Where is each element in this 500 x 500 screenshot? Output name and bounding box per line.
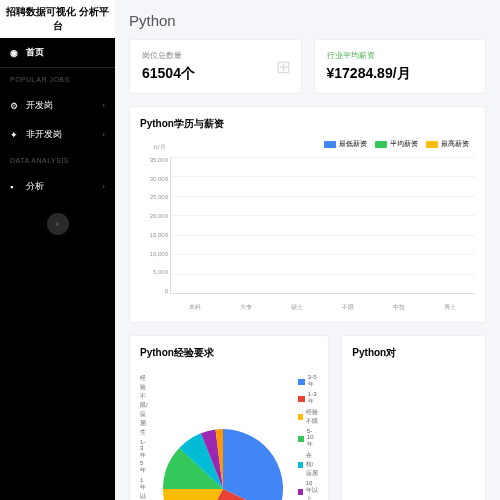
main-content: Python 岗位总数量 61504个 ⊞ 行业平均薪资 ¥17284.89/月… <box>115 0 500 500</box>
stat-card-salary: 行业平均薪资 ¥17284.89/月 <box>314 39 487 94</box>
stats-row: 岗位总数量 61504个 ⊞ 行业平均薪资 ¥17284.89/月 <box>129 39 486 94</box>
chevron-left-icon: ‹ <box>56 219 59 229</box>
pie-legend-right: 3-5年1-3年经验不限5-10年在校/应届10年以上应届生 <box>298 366 319 500</box>
nav-home[interactable]: ◉ 首页 <box>0 38 115 68</box>
sidebar: 招聘数据可视化 分析平台 ◉ 首页 POPULAR JOBS ⚙ 开发岗 › ✦… <box>0 0 115 500</box>
section-data-analysis: DATA ANALYSIS <box>0 149 115 172</box>
panel-experience: Python经验要求 经验不限/应届生1-3年5年1年以下10年以上在校/应届应… <box>129 335 329 500</box>
chevron-right-icon: › <box>102 182 105 191</box>
gear-icon: ⚙ <box>10 101 20 111</box>
dashboard-icon: ◉ <box>10 48 20 58</box>
xaxis: 本科大专硕士不限中技博士 <box>170 303 475 312</box>
chevron-right-icon: › <box>102 130 105 139</box>
chart-legend: 最低薪资平均薪资最高薪资 <box>324 139 469 149</box>
panel-title: Python对 <box>352 346 475 360</box>
folder-icon: ▪ <box>10 182 20 192</box>
yaxis: 35,00030,00025,00020,00015,00010,0005,00… <box>140 157 168 294</box>
pie-chart <box>158 366 288 500</box>
chevron-right-icon: › <box>102 101 105 110</box>
bar-chart: K/月 最低薪资平均薪资最高薪资 35,00030,00025,00020,00… <box>140 137 475 312</box>
panel-title: Python经验要求 <box>140 346 318 360</box>
panel-side: Python对 <box>341 335 486 500</box>
section-popular-jobs: POPULAR JOBS <box>0 68 115 91</box>
yaxis-label: K/月 <box>154 143 166 152</box>
collapse-sidebar-button[interactable]: ‹ <box>47 213 69 235</box>
stat-label: 岗位总数量 <box>142 50 289 61</box>
stat-card-total: 岗位总数量 61504个 ⊞ <box>129 39 302 94</box>
nav-item-label: 开发岗 <box>26 99 53 112</box>
page-title: Python <box>129 12 486 29</box>
pie-slice <box>223 429 283 500</box>
nav-nondev-jobs[interactable]: ✦ 非开发岗 › <box>0 120 115 149</box>
bars-container <box>170 157 475 294</box>
nav-item-label: 分析 <box>26 180 44 193</box>
pie-legend-left: 经验不限/应届生1-3年5年1年以下10年以上在校/应届应届生 <box>140 366 148 500</box>
panel-title: Python学历与薪资 <box>140 117 475 131</box>
nav-dev-jobs[interactable]: ⚙ 开发岗 › <box>0 91 115 120</box>
panel-education-salary: Python学历与薪资 K/月 最低薪资平均薪资最高薪资 35,00030,00… <box>129 106 486 323</box>
nav-home-label: 首页 <box>26 46 44 59</box>
stat-label: 行业平均薪资 <box>327 50 474 61</box>
stat-value: 61504个 <box>142 65 289 83</box>
nav-analysis[interactable]: ▪ 分析 › <box>0 172 115 201</box>
pie-slice <box>163 489 223 500</box>
nav-item-label: 非开发岗 <box>26 128 62 141</box>
share-icon: ✦ <box>10 130 20 140</box>
app-logo: 招聘数据可视化 分析平台 <box>0 0 115 38</box>
grid-icon: ⊞ <box>276 56 291 78</box>
stat-value: ¥17284.89/月 <box>327 65 474 83</box>
